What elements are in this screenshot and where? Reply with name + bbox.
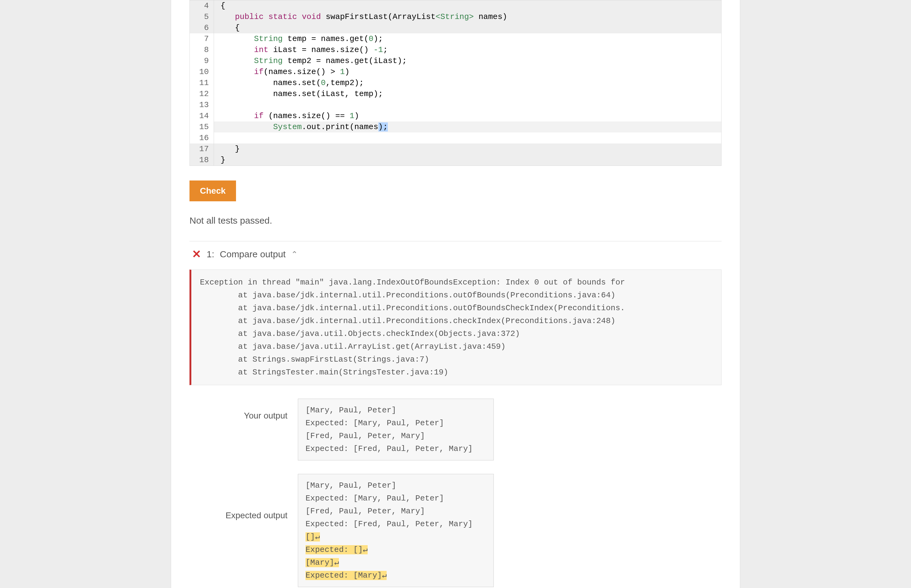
code-line[interactable]: names.set(iLast, temp); bbox=[214, 89, 721, 99]
line-number: 4 bbox=[190, 0, 214, 11]
code-line[interactable]: if(names.size() > 1) bbox=[214, 66, 721, 78]
expected-output-label: Expected output bbox=[189, 474, 288, 520]
line-number: 18 bbox=[190, 155, 214, 165]
line-number: 17 bbox=[190, 144, 214, 155]
code-editor[interactable]: 4 { 5 public static void swapFirstLast(A… bbox=[189, 0, 722, 166]
line-number: 13 bbox=[190, 99, 214, 110]
content: 4 { 5 public static void swapFirstLast(A… bbox=[171, 0, 740, 588]
line-number: 9 bbox=[190, 55, 214, 66]
check-button[interactable]: Check bbox=[189, 181, 236, 201]
line-number: 8 bbox=[190, 44, 214, 55]
line-number: 14 bbox=[190, 110, 214, 121]
line-number: 16 bbox=[190, 132, 214, 144]
page: 4 { 5 public static void swapFirstLast(A… bbox=[0, 0, 911, 588]
test-index: 1: bbox=[207, 249, 214, 259]
code-line: public static void swapFirstLast(ArrayLi… bbox=[214, 11, 721, 22]
code-line[interactable] bbox=[214, 132, 721, 144]
line-number: 15 bbox=[190, 121, 214, 132]
line-number: 7 bbox=[190, 33, 214, 44]
fail-icon: ✕ bbox=[192, 249, 201, 260]
code-line: } bbox=[214, 155, 721, 165]
chevron-up-icon: ⌃ bbox=[291, 250, 298, 259]
code-line[interactable]: String temp2 = names.get(iLast); bbox=[214, 55, 721, 66]
status-text: Not all tests passed. bbox=[189, 215, 722, 226]
code-line: { bbox=[214, 22, 721, 33]
code-line[interactable]: int iLast = names.size() -1; bbox=[214, 44, 721, 55]
your-output-row: Your output [Mary, Paul, Peter] Expected… bbox=[189, 399, 722, 460]
line-number: 6 bbox=[190, 22, 214, 33]
expected-output-row: Expected output [Mary, Paul, Peter] Expe… bbox=[189, 474, 722, 587]
code-line[interactable]: System.out.print(names); bbox=[214, 121, 721, 132]
code-line: } bbox=[214, 144, 721, 155]
code-line: { bbox=[214, 0, 721, 11]
test-header[interactable]: ✕ 1: Compare output ⌃ bbox=[189, 241, 722, 267]
expected-output-box: [Mary, Paul, Peter] Expected: [Mary, Pau… bbox=[298, 474, 494, 587]
code-line[interactable]: names.set(0,temp2); bbox=[214, 78, 721, 89]
line-number: 5 bbox=[190, 11, 214, 22]
line-number: 10 bbox=[190, 66, 214, 78]
line-number: 11 bbox=[190, 78, 214, 89]
your-output-label: Your output bbox=[189, 399, 288, 421]
stack-trace: Exception in thread "main" java.lang.Ind… bbox=[189, 270, 722, 385]
test-title: Compare output bbox=[220, 249, 286, 259]
line-number: 12 bbox=[190, 89, 214, 99]
code-line[interactable]: String temp = names.get(0); bbox=[214, 33, 721, 44]
code-line[interactable] bbox=[214, 99, 721, 110]
your-output-box: [Mary, Paul, Peter] Expected: [Mary, Pau… bbox=[298, 399, 494, 460]
main-panel: 4 { 5 public static void swapFirstLast(A… bbox=[171, 0, 740, 588]
code-line[interactable]: if (names.size() == 1) bbox=[214, 110, 721, 121]
